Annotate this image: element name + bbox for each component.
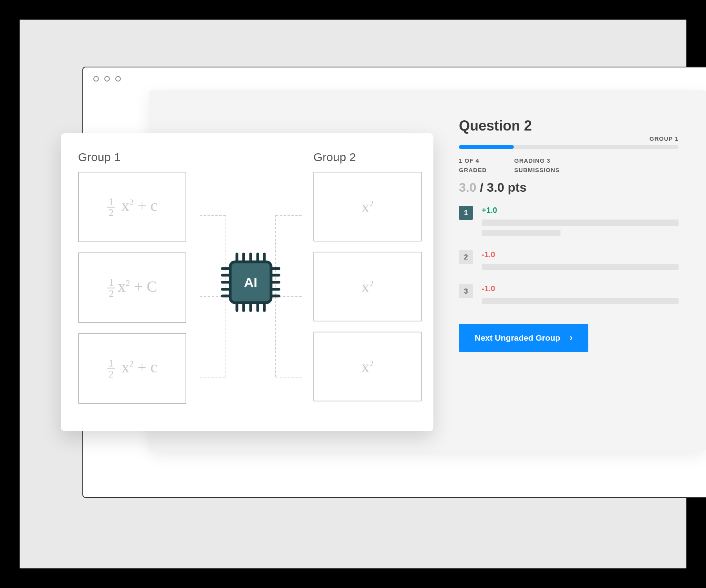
- stat-graded: 1 OF 4 GRADED: [459, 156, 487, 175]
- ai-cluster-center: AI: [204, 151, 298, 414]
- chevron-right-icon: ›: [570, 333, 572, 343]
- rubric-delta: -1.0: [482, 250, 679, 259]
- points-display: 3.0 / 3.0 pts: [459, 180, 679, 195]
- connector-line: [276, 377, 302, 377]
- grading-panel: Question 2 GROUP 1 1 OF 4 GRADED GRADING…: [459, 118, 679, 352]
- next-button-label: Next Ungraded Group: [475, 333, 560, 343]
- rubric-number-badge[interactable]: 1: [459, 206, 473, 220]
- answer-thumbnail[interactable]: 12 x2 + c: [78, 172, 186, 242]
- traffic-light-dot: [115, 76, 121, 82]
- stage: Question 2 GROUP 1 1 OF 4 GRADED GRADING…: [20, 20, 686, 568]
- rubric-description-placeholder: [482, 264, 679, 270]
- points-earned: 3.0: [459, 180, 476, 194]
- connector-line: [200, 377, 226, 377]
- rubric-body: -1.0: [482, 250, 679, 274]
- rubric-item[interactable]: 1+1.0: [459, 206, 679, 240]
- stat-line: 1 OF 4: [459, 156, 487, 165]
- answer-thumbnail[interactable]: 12x2 + C: [78, 252, 186, 323]
- rubric-description-placeholder: [482, 298, 679, 304]
- next-ungraded-button[interactable]: Next Ungraded Group ›: [459, 324, 588, 352]
- rubric-delta: +1.0: [482, 206, 679, 215]
- stat-line: SUBMISSIONS: [514, 165, 560, 175]
- rubric-body: +1.0: [482, 206, 679, 240]
- connector-line: [276, 215, 302, 216]
- answer-thumbnail[interactable]: x2: [313, 172, 422, 241]
- traffic-lights: [93, 76, 121, 82]
- rubric-delta: -1.0: [482, 284, 679, 293]
- traffic-light-dot: [104, 76, 110, 82]
- group-column-1: Group 1 12 x2 + c 12x2 + C 12 x2 + c: [78, 151, 188, 414]
- answer-thumbnail[interactable]: 12 x2 + c: [78, 333, 186, 404]
- math-expression: 12 x2 + c: [107, 196, 157, 218]
- rubric-body: -1.0: [482, 284, 679, 308]
- answer-thumbnail[interactable]: x2: [313, 332, 422, 401]
- progress-bar: [459, 145, 679, 149]
- stat-line: GRADING 3: [514, 156, 560, 165]
- group-column-2: Group 2 x2 x2 x2: [313, 151, 423, 414]
- rubric-number-badge[interactable]: 3: [459, 284, 473, 298]
- group-title-2: Group 2: [313, 151, 423, 164]
- group-title-1: Group 1: [78, 151, 188, 164]
- rubric-description-placeholder: [482, 220, 679, 236]
- ai-chip-icon: AI: [215, 247, 286, 318]
- group-label: GROUP 1: [650, 135, 679, 142]
- rubric-item[interactable]: 2-1.0: [459, 250, 679, 274]
- math-expression: 12x2 + C: [107, 277, 157, 299]
- stat-line: GRADED: [459, 165, 487, 175]
- rubric-item[interactable]: 3-1.0: [459, 284, 679, 308]
- math-expression: x2: [362, 198, 374, 216]
- rubric-number-badge[interactable]: 2: [459, 250, 473, 264]
- answer-thumbnail[interactable]: x2: [313, 252, 422, 321]
- connector-line: [200, 215, 226, 216]
- math-expression: x2: [362, 358, 374, 376]
- points-total: 3.0 pts: [487, 180, 526, 194]
- traffic-light-dot: [93, 76, 99, 82]
- question-title: Question 2: [459, 118, 532, 134]
- math-expression: 12 x2 + c: [107, 358, 157, 379]
- points-sep: /: [476, 180, 487, 194]
- rubric-list: 1+1.02-1.03-1.0: [459, 206, 679, 308]
- answer-groups-card: Group 1 12 x2 + c 12x2 + C 12 x2 + c: [61, 133, 433, 431]
- stat-submissions: GRADING 3 SUBMISSIONS: [514, 156, 560, 175]
- grading-stats: 1 OF 4 GRADED GRADING 3 SUBMISSIONS: [459, 156, 679, 175]
- math-expression: x2: [362, 278, 374, 296]
- svg-text:AI: AI: [244, 275, 257, 290]
- progress-fill: [459, 145, 514, 149]
